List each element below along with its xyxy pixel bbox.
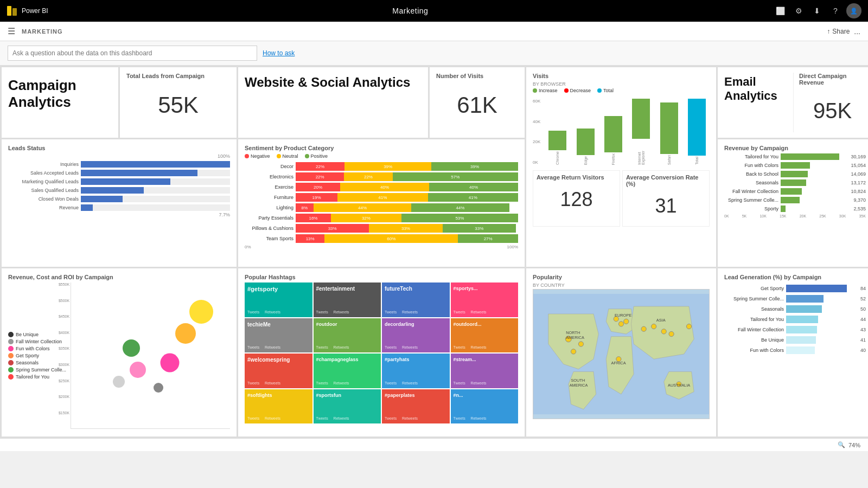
lgbar-val: 52 [860, 296, 866, 301]
rcbar-fill [781, 153, 839, 160]
share-button[interactable]: ↑ Share [827, 28, 850, 35]
hashtag-meta: Tweets Retweets [454, 345, 516, 349]
hashtag-meta: Tweets Retweets [316, 345, 379, 349]
sentiment-bar-row: Party Essentials 16% 32% 53% [245, 214, 518, 222]
leads-bar-track [81, 204, 230, 211]
avg-return-value: 128 [537, 183, 616, 216]
rcbar-fill [781, 162, 810, 169]
lead-gen-bar-row: Get Sporty 84 [724, 285, 866, 292]
rcr-legend-label: Seasonals [16, 360, 39, 365]
more-button[interactable]: ... [854, 27, 860, 36]
neu-seg: 44% [314, 203, 411, 212]
avg-return-label: Average Return Visitors [537, 174, 616, 181]
app-logo[interactable]: Power BI [7, 5, 48, 16]
hashtag-cell: #entertainment Tweets Retweets [314, 282, 381, 317]
neg-seg: 13% [296, 234, 324, 243]
scatter-bubble [113, 376, 125, 388]
hashtag-cell: #outdoor Tweets Retweets [314, 318, 381, 353]
leads-bar-row: Revenue [8, 204, 230, 211]
sentiment-bar-label: Furniture [245, 195, 293, 200]
campaign-analytics-card: Campaign Analytics [2, 67, 118, 138]
rcr-content: Be Unique Fall Winter Collection Fun wit… [8, 282, 230, 429]
download-icon[interactable]: ⬇ [809, 3, 825, 18]
sentiment-legend: Negative Neutral Positive [245, 153, 518, 159]
neu-label: Neutral [283, 153, 298, 159]
lgbar-fill [786, 285, 847, 292]
lgbar-label: Fall Winter Collection [724, 327, 784, 332]
howto-link[interactable]: How to ask [263, 49, 295, 57]
leads-bar-label: Closed Won Deals [8, 196, 79, 202]
sentiment-bar-track: 19% 41% 41% [296, 193, 518, 202]
bar-ie-fill [632, 99, 650, 139]
sentiment-bar-label: Electronics [245, 174, 293, 179]
lgbar-label: Spring Summer Colle... [724, 296, 784, 301]
rcr-legend: Be Unique Fall Winter Collection Fun wit… [8, 282, 66, 429]
world-map: NORTH AMERICA SOUTH AMERICA EUROPE AFRIC… [533, 289, 710, 419]
neg-label: Negative [251, 153, 270, 159]
hashtag-cell: #sportys... Tweets Retweets [451, 282, 519, 317]
rcbar-track [781, 162, 848, 169]
neg-seg: 22% [296, 172, 344, 181]
leads-bar-fill [81, 187, 144, 194]
bar-edge: Edge [573, 99, 598, 165]
num-visits-value: 61K [436, 81, 518, 129]
lgbar-fill [786, 316, 818, 323]
rcbar-val: 9,370 [853, 197, 866, 203]
svg-point-7 [618, 322, 623, 326]
neg-seg: 19% [296, 193, 337, 202]
sentiment-bars: Decor 22% 39% 39% Electronics 22% 22% 57… [245, 162, 518, 243]
rcr-legend-label: Tailored for You [16, 374, 49, 380]
num-visits-label: Number of Visits [436, 73, 518, 79]
svg-point-11 [661, 329, 666, 334]
scatter-bubble [154, 383, 163, 393]
user-avatar[interactable]: 👤 [846, 3, 861, 18]
leads-status-card: Leads Status 100% Inquiries Sales Accept… [2, 139, 237, 267]
svg-text:NORTH: NORTH [566, 330, 580, 335]
lgbar-fill [786, 326, 817, 333]
hashtag-meta: Tweets Retweets [247, 381, 310, 385]
hamburger-menu[interactable]: ☰ [8, 26, 15, 36]
share-label: Share [832, 28, 850, 35]
rcbar-label: Spring Summer Colle... [724, 197, 778, 203]
monitor-icon[interactable]: ⬜ [773, 3, 788, 18]
sentiment-bar-row: Electronics 22% 22% 57% [245, 172, 518, 181]
rcbar-track [781, 197, 851, 203]
scatter-bubble [189, 300, 213, 324]
rcr-legend-item: Be Unique [8, 332, 66, 337]
hashtag-cell: #n... Tweets Retweets [451, 389, 519, 424]
powerbi-logo-icon [7, 5, 17, 16]
sentiment-bar-label: Team Sports [245, 236, 293, 241]
lgbar-val: 84 [860, 286, 866, 291]
rcr-legend-label: Get Sporty [16, 353, 39, 358]
settings-icon[interactable]: ⚙ [791, 3, 806, 18]
svg-point-9 [641, 326, 646, 331]
visits-label: Visits [533, 73, 710, 79]
rcbar-val: 15,054 [851, 163, 866, 168]
rcbar-fill [781, 206, 786, 212]
hashtag-meta: Tweets Retweets [316, 416, 379, 420]
revenue-bar-row: Fun with Colors 15,054 [724, 162, 866, 169]
qa-input[interactable] [8, 46, 257, 61]
rcbar-fill [781, 197, 800, 203]
hashtag-meta: Tweets Retweets [316, 310, 379, 314]
rcbar-fill [781, 179, 806, 186]
neu-seg: 22% [344, 172, 392, 181]
bar-edge-label: Edge [584, 156, 588, 165]
pos-seg: 57% [393, 172, 518, 181]
help-icon[interactable]: ? [828, 3, 843, 18]
num-visits-card: Number of Visits 61K [430, 67, 525, 138]
neu-seg: 60% [324, 234, 458, 243]
scatter-bubble [130, 362, 146, 378]
rcr-legend-dot [8, 332, 14, 337]
decrease-dot [564, 88, 569, 93]
revenue-campaign-card: Revenue by Campaign Tailored for You 30,… [718, 139, 868, 267]
hashtags-grid: #getsporty Tweets Retweets #entertainmen… [245, 282, 518, 423]
svg-point-10 [652, 324, 656, 329]
legend-increase: Increase [533, 88, 558, 93]
svg-rect-0 [7, 6, 11, 16]
hashtag-cell: decordarling Tweets Retweets [382, 318, 450, 353]
svg-point-4 [578, 342, 583, 346]
leads-bar-row: Sales Qualified Leads [8, 187, 230, 194]
rcr-legend-label: Fall Winter Collection [16, 339, 62, 344]
lgbar-track [786, 285, 858, 292]
